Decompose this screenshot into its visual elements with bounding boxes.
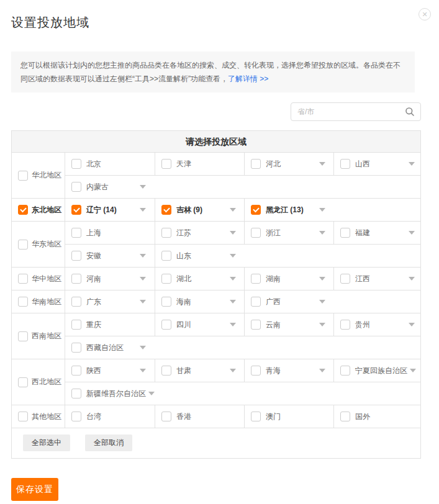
dropdown-arrow-icon[interactable] [230, 231, 236, 235]
province-cell[interactable]: 广东 [65, 290, 155, 313]
province-cell[interactable]: 重庆 [65, 313, 155, 336]
dropdown-arrow-icon[interactable] [409, 277, 415, 281]
province-cell[interactable]: 云南 [244, 313, 333, 336]
province-cell[interactable]: 甘肃 [155, 359, 244, 382]
checkbox-icon[interactable] [161, 320, 171, 330]
checkbox-icon[interactable] [71, 320, 81, 330]
province-cell[interactable]: 江西 [333, 268, 420, 290]
dropdown-arrow-icon[interactable] [410, 369, 416, 372]
save-settings-button[interactable]: 保存设置 [11, 478, 58, 501]
province-cell[interactable]: 湖北 [155, 268, 244, 290]
dropdown-arrow-icon[interactable] [409, 231, 415, 235]
region-group-cell[interactable]: 华东地区 [12, 222, 65, 267]
dropdown-arrow-icon[interactable] [140, 346, 146, 349]
province-cell[interactable]: 海南 [155, 290, 244, 313]
checkbox-icon[interactable] [251, 274, 261, 284]
province-cell[interactable]: 北京 [65, 153, 155, 175]
checkbox-icon[interactable] [161, 251, 171, 261]
dropdown-arrow-icon[interactable] [140, 208, 146, 212]
checkbox-icon[interactable] [251, 159, 261, 169]
checkbox-icon[interactable] [251, 320, 261, 330]
dropdown-arrow-icon[interactable] [140, 369, 146, 372]
checkbox-icon[interactable] [161, 412, 171, 421]
checkbox-icon[interactable] [71, 366, 81, 376]
checkbox-icon[interactable] [18, 240, 28, 250]
checkbox-icon[interactable] [161, 297, 171, 307]
province-cell[interactable]: 河南 [65, 268, 155, 290]
dropdown-arrow-icon[interactable] [319, 323, 325, 326]
province-cell[interactable]: 天津 [155, 153, 244, 175]
checkbox-icon[interactable] [340, 412, 350, 421]
region-group-cell[interactable]: 其他地区 [12, 405, 65, 428]
province-cell[interactable]: 新疆维吾尔自治区 [65, 382, 420, 405]
province-cell[interactable]: 上海 [65, 222, 155, 244]
checkbox-icon[interactable] [71, 228, 81, 238]
checkbox-icon[interactable] [71, 182, 81, 192]
dropdown-arrow-icon[interactable] [409, 323, 415, 326]
select-all-button[interactable]: 全部选中 [23, 434, 70, 451]
province-cell[interactable]: 西藏自治区 [65, 336, 420, 359]
dropdown-arrow-icon[interactable] [230, 277, 236, 281]
checkbox-icon[interactable] [18, 274, 28, 284]
checkbox-icon[interactable] [251, 366, 261, 376]
checkbox-icon[interactable] [71, 274, 81, 284]
province-cell[interactable]: 内蒙古 [65, 176, 420, 198]
dropdown-arrow-icon[interactable] [140, 300, 146, 304]
province-cell[interactable]: 宁夏回族自治区 [333, 359, 420, 382]
checkbox-icon[interactable] [71, 251, 81, 261]
province-cell[interactable]: 辽宁 (14) [65, 199, 155, 221]
province-cell[interactable]: 福建 [333, 222, 420, 244]
dropdown-arrow-icon[interactable] [230, 254, 236, 258]
search-icon[interactable] [405, 107, 415, 117]
dropdown-arrow-icon[interactable] [319, 208, 325, 212]
region-group-cell[interactable]: 西北地区 [12, 359, 65, 405]
checkbox-icon[interactable] [18, 297, 28, 307]
checkbox-icon[interactable] [71, 159, 81, 169]
cancel-all-button[interactable]: 全部取消 [85, 434, 132, 451]
dropdown-arrow-icon[interactable] [148, 392, 155, 395]
province-cell[interactable]: 澳门 [244, 405, 333, 428]
checkbox-icon[interactable] [18, 377, 28, 387]
search-input[interactable] [291, 107, 405, 116]
dropdown-arrow-icon[interactable] [140, 185, 146, 189]
region-group-cell[interactable]: 华中地区 [12, 268, 65, 290]
checkbox-icon[interactable] [18, 171, 28, 181]
checkbox-icon[interactable] [251, 205, 261, 215]
checkbox-icon[interactable] [161, 205, 171, 215]
checkbox-icon[interactable] [71, 205, 81, 215]
checkbox-icon[interactable] [18, 205, 28, 215]
dropdown-arrow-icon[interactable] [230, 208, 236, 212]
dropdown-arrow-icon[interactable] [319, 300, 325, 304]
province-cell[interactable]: 黑龙江 (13) [244, 199, 420, 221]
checkbox-icon[interactable] [71, 389, 81, 398]
checkbox-icon[interactable] [340, 274, 350, 284]
checkbox-icon[interactable] [340, 320, 350, 330]
checkbox-icon[interactable] [71, 297, 81, 307]
province-cell[interactable]: 吉林 (9) [155, 199, 244, 221]
dropdown-arrow-icon[interactable] [319, 369, 325, 372]
checkbox-icon[interactable] [161, 159, 171, 169]
checkbox-icon[interactable] [251, 412, 261, 421]
region-group-cell[interactable]: 华南地区 [12, 290, 65, 313]
region-group-cell[interactable]: 东北地区 [12, 199, 65, 221]
checkbox-icon[interactable] [340, 366, 350, 376]
province-cell[interactable]: 安徽 [65, 245, 155, 267]
province-cell[interactable]: 四川 [155, 313, 244, 336]
province-cell[interactable]: 陕西 [65, 359, 155, 382]
province-cell[interactable]: 浙江 [244, 222, 333, 244]
region-group-cell[interactable]: 华北地区 [12, 153, 65, 198]
checkbox-icon[interactable] [340, 228, 350, 238]
checkbox-icon[interactable] [18, 412, 28, 421]
dropdown-arrow-icon[interactable] [230, 300, 236, 304]
checkbox-icon[interactable] [251, 297, 261, 307]
dropdown-arrow-icon[interactable] [230, 369, 236, 372]
province-cell[interactable]: 山东 [155, 245, 420, 267]
dropdown-arrow-icon[interactable] [230, 323, 236, 326]
checkbox-icon[interactable] [251, 228, 261, 238]
checkbox-icon[interactable] [161, 274, 171, 284]
checkbox-icon[interactable] [161, 366, 171, 376]
dropdown-arrow-icon[interactable] [319, 277, 325, 281]
checkbox-icon[interactable] [71, 412, 81, 421]
close-icon[interactable]: ✕ [419, 8, 431, 20]
province-cell[interactable]: 湖南 [244, 268, 333, 290]
